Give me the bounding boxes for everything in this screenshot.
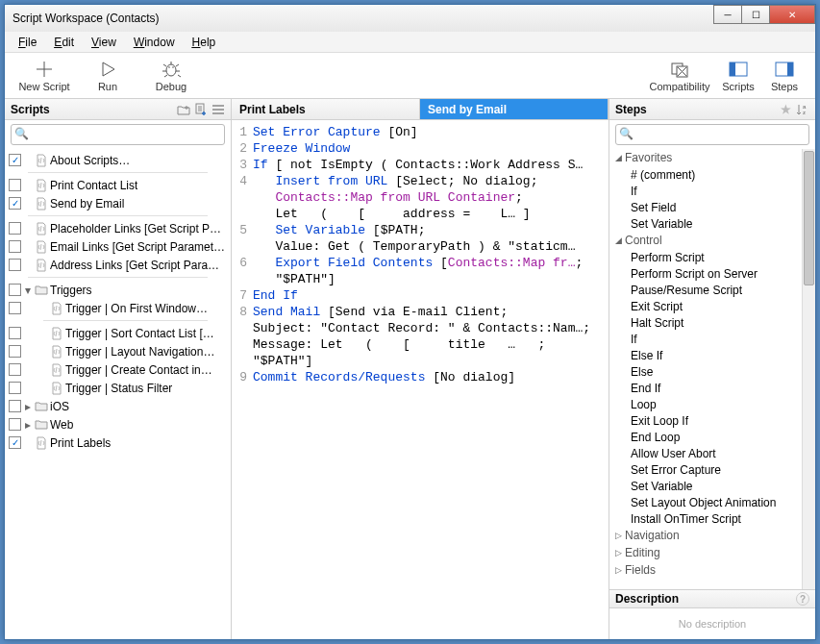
code-line[interactable]: Let ( [ address = L… ] [232,206,609,222]
debug-button[interactable]: Debug [139,60,203,92]
code-line[interactable]: 2Freeze Window [232,140,609,157]
checkbox[interactable] [9,400,21,412]
checkbox[interactable]: ✓ [9,154,21,166]
close-button[interactable]: ✕ [769,5,815,24]
scripts-toggle[interactable]: Scripts [715,60,761,92]
checkbox[interactable] [9,259,21,271]
step-item[interactable]: Exit Loop If [609,412,802,429]
step-item[interactable]: End If [609,380,802,396]
step-item[interactable]: Else [609,363,802,380]
folder-item[interactable]: ▸iOS [5,397,231,415]
menu-file[interactable]: File [11,34,44,51]
script-item[interactable]: ✓Send by Email [5,194,231,212]
run-button[interactable]: Run [76,60,139,92]
checkbox[interactable] [9,382,21,394]
new-folder-icon[interactable] [177,103,190,116]
menu-window[interactable]: Window [126,34,183,51]
step-item[interactable]: Install OnTimer Script [609,510,802,527]
code-line[interactable]: "$PATH"] [232,271,609,287]
step-item[interactable]: End Loop [609,429,802,445]
checkbox[interactable] [9,284,21,296]
code-line[interactable]: 7End If [232,287,609,304]
menu-view[interactable]: View [84,34,124,51]
step-group-header[interactable]: ◢Favorites [609,149,802,166]
steps-scrollbar[interactable] [802,149,815,589]
new-script-button[interactable]: New Script [12,60,76,92]
list-menu-icon[interactable] [211,103,225,116]
checkbox[interactable] [9,418,21,431]
code-line[interactable]: Message: Let ( [ title … ; [232,336,609,353]
checkbox[interactable]: ✓ [9,436,21,449]
scrollbar-thumb[interactable] [804,151,814,285]
script-item[interactable]: Trigger | Create Contact in… [5,360,231,379]
step-item[interactable]: Perform Script on Server [609,265,802,282]
script-item[interactable]: ✓About Scripts… [5,151,231,169]
script-item[interactable]: ✓Print Labels [5,433,231,452]
step-item[interactable]: Set Variable [609,215,802,232]
folder-item[interactable]: ▾Triggers [5,281,231,299]
code-line[interactable]: 9Commit Records/Requests [No dialog] [232,369,609,385]
script-item[interactable]: Trigger | Status Filter [5,379,231,397]
checkbox[interactable] [9,345,21,358]
code-line[interactable]: 8Send Mail [Send via E-mail Client; [232,304,609,320]
steps-toggle[interactable]: Steps [761,60,808,92]
checkbox[interactable]: ✓ [9,197,21,210]
editor-tab[interactable]: Send by Email [420,99,609,119]
step-item[interactable]: Perform Script [609,249,802,265]
step-group-header[interactable]: ▷Navigation [609,527,802,544]
code-line[interactable]: "$PATH"] [232,353,609,369]
script-item[interactable]: Print Contact List [5,176,231,194]
code-line[interactable]: 6 Export Field Contents [Contacts::Map f… [232,255,609,271]
sort-icon[interactable]: az [796,103,809,116]
compatibility-button[interactable]: Compatibility [644,60,715,92]
code-editor[interactable]: 1Set Error Capture [On]2Freeze Window3If… [232,120,609,639]
code-line[interactable]: 4 Insert from URL [Select; No dialog; [232,173,609,189]
step-item[interactable]: Halt Script [609,314,802,331]
maximize-button[interactable]: ☐ [741,5,770,24]
step-group-header[interactable]: ▷Editing [609,544,802,561]
menu-help[interactable]: Help [185,34,224,51]
checkbox[interactable] [9,363,21,376]
step-item[interactable]: Loop [609,396,802,412]
script-item[interactable]: Address Links [Get Script Para… [5,256,231,274]
script-item[interactable]: Email Links [Get Script Paramet… [5,237,231,256]
code-line[interactable]: Contacts::Map from URL Container; [232,189,609,206]
script-item[interactable]: Trigger | Layout Navigation… [5,342,231,360]
step-item[interactable]: If [609,183,802,199]
step-item[interactable]: Exit Script [609,298,802,314]
step-item[interactable]: Allow User Abort [609,445,802,461]
step-item[interactable]: Set Error Capture [609,461,802,478]
star-icon[interactable]: ★ [779,103,792,116]
menu-edit[interactable]: Edit [46,34,82,51]
step-item[interactable]: If [609,331,802,347]
step-item[interactable]: Pause/Resume Script [609,282,802,298]
step-item[interactable]: Set Layout Object Animation [609,494,802,510]
checkbox[interactable] [9,222,21,235]
step-group-header[interactable]: ▷Fields [609,561,802,579]
minimize-button[interactable]: ─ [713,5,742,24]
triangle-right-icon[interactable]: ▸ [25,418,35,432]
script-item[interactable]: Trigger | Sort Contact List [… [5,324,231,342]
editor-tab[interactable]: Print Labels [232,99,420,119]
folder-item[interactable]: ▸Web [5,415,231,433]
code-line[interactable]: 5 Set Variable [$PATH; [232,222,609,238]
step-item[interactable]: # (comment) [609,166,802,183]
code-line[interactable]: Subject: "Contact Record: " & Contacts::… [232,320,609,336]
script-item[interactable]: Trigger | On First Window… [5,299,231,317]
code-line[interactable]: 1Set Error Capture [On] [232,124,609,140]
triangle-right-icon[interactable]: ▸ [25,400,35,413]
checkbox[interactable] [9,302,21,314]
script-item[interactable]: Placeholder Links [Get Script P… [5,219,231,237]
step-item[interactable]: Set Variable [609,478,802,494]
code-line[interactable]: 3If [ not IsEmpty ( Contacts::Work Addre… [232,157,609,173]
checkbox[interactable] [9,179,21,191]
checkbox[interactable] [9,240,21,253]
checkbox[interactable] [9,327,21,339]
scripts-search-input[interactable] [11,124,225,145]
triangle-down-icon[interactable]: ▾ [25,284,35,297]
help-icon[interactable]: ? [796,592,809,606]
steps-search-input[interactable] [615,124,809,145]
new-script-icon[interactable] [194,103,208,116]
code-line[interactable]: Value: Get ( TemporaryPath ) & "staticm… [232,238,609,255]
step-item[interactable]: Else If [609,347,802,363]
